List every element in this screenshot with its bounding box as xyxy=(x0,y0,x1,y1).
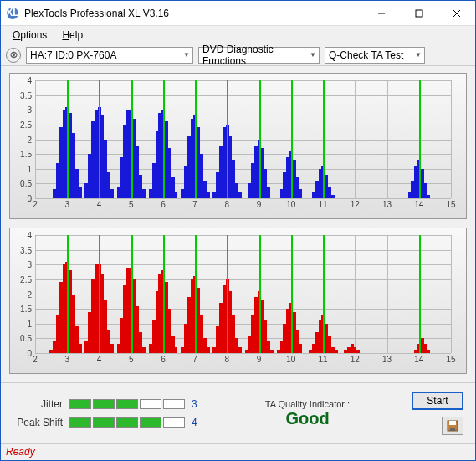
drive-select-label: HA:7 ID:0 PX-760A xyxy=(30,49,116,61)
test-select[interactable]: Q-Check TA Test ▼ xyxy=(325,47,425,64)
meter-segment xyxy=(93,417,115,428)
svg-rect-7 xyxy=(449,421,456,425)
save-icon-button[interactable] xyxy=(442,417,463,435)
close-button[interactable] xyxy=(438,1,475,25)
drive-select[interactable]: HA:7 ID:0 PX-760A ▼ xyxy=(26,47,193,64)
jitter-value: 3 xyxy=(192,398,203,410)
ta-indicator: TA Quality Indicator : Good xyxy=(218,399,397,428)
title-bar: XL PlexTools Professional XL V3.16 xyxy=(1,1,475,26)
meter-segment xyxy=(93,399,115,409)
window-title: PlexTools Professional XL V3.16 xyxy=(24,8,362,19)
chart-top: 00.511.522.533.5423456789101112131415 xyxy=(9,73,467,219)
meter-segment xyxy=(163,417,185,428)
status-text: Ready xyxy=(6,446,35,458)
meter-segment xyxy=(69,399,91,409)
status-bar: Ready xyxy=(1,443,475,460)
chevron-down-icon: ▼ xyxy=(415,51,422,59)
app-icon: XL xyxy=(6,7,19,20)
bottom-panel: Jitter 3 Peak Shift 4 TA Quality Indicat… xyxy=(1,382,475,443)
minimize-button[interactable] xyxy=(362,1,400,25)
peak-label: Peak Shift xyxy=(13,417,63,428)
maximize-button[interactable] xyxy=(400,1,438,25)
jitter-label: Jitter xyxy=(13,398,63,410)
drive-icon: ⦿ xyxy=(6,48,21,63)
peak-meter: Peak Shift 4 xyxy=(13,417,203,428)
function-select-label: DVD Diagnostic Functions xyxy=(202,44,315,67)
chart-bottom: 00.511.522.533.5423456789101112131415 xyxy=(9,228,467,374)
svg-text:XL: XL xyxy=(6,7,18,18)
ta-value: Good xyxy=(218,409,397,428)
meter-segment xyxy=(163,399,185,409)
meter-segment xyxy=(116,399,138,409)
jitter-meter: Jitter 3 xyxy=(13,398,203,410)
function-select[interactable]: DVD Diagnostic Functions ▼ xyxy=(198,47,320,64)
floppy-icon xyxy=(447,420,458,432)
peak-value: 4 xyxy=(192,417,203,428)
start-button[interactable]: Start xyxy=(412,392,463,410)
menu-help[interactable]: Help xyxy=(55,28,90,43)
chevron-down-icon: ▼ xyxy=(310,51,316,59)
chart-area: 00.511.522.533.5423456789101112131415 00… xyxy=(1,66,475,382)
chevron-down-icon: ▼ xyxy=(183,51,190,59)
menu-bar: Options Help xyxy=(1,26,475,44)
toolbar: ⦿ HA:7 ID:0 PX-760A ▼ DVD Diagnostic Fun… xyxy=(1,44,475,66)
meter-segment xyxy=(69,417,91,428)
svg-rect-3 xyxy=(416,10,422,17)
menu-options[interactable]: Options xyxy=(6,28,54,43)
meter-segment xyxy=(140,399,161,409)
ta-label: TA Quality Indicator : xyxy=(218,399,397,409)
test-select-label: Q-Check TA Test xyxy=(329,49,403,61)
svg-rect-8 xyxy=(450,428,455,431)
meter-segment xyxy=(116,417,138,428)
meter-segment xyxy=(140,417,161,428)
